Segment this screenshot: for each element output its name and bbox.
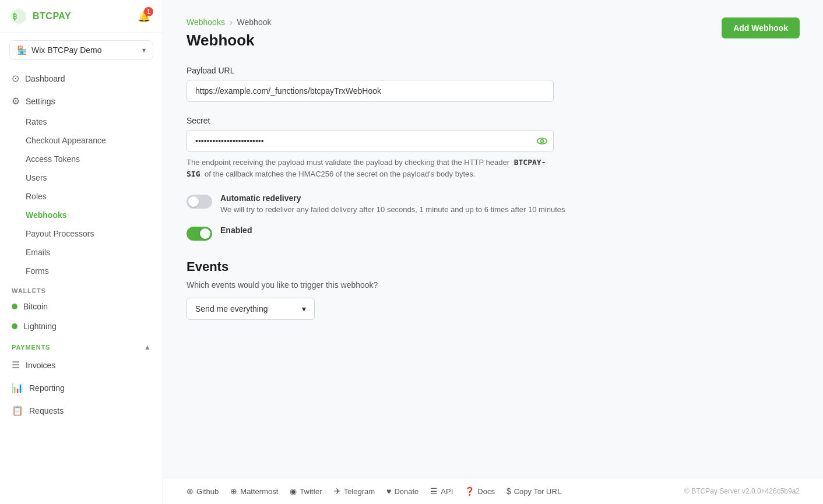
events-section: Events Which events would you like to tr… [187,259,800,320]
secret-group: Secret The endpoint receiving the payloa… [187,116,800,179]
main-area: Webhooks › Webhook Webhook Add Webhook P… [163,0,823,504]
footer-donate-label: Donate [394,487,418,496]
api-icon: ☰ [430,487,438,496]
logo-area: ₿ BTCPAY [9,7,71,26]
footer-twitter-label: Twitter [300,487,322,496]
donate-icon: ♥ [386,487,391,496]
eye-icon [536,135,548,147]
lightning-label: Lightning [23,322,57,331]
footer-donate-link[interactable]: ♥ Donate [386,487,418,496]
secret-label: Secret [187,116,800,125]
footer-docs-label: Docs [477,487,495,496]
github-icon: ⊗ [187,487,194,496]
automatic-redelivery-title: Automatic redelivery [220,193,565,203]
dashboard-icon: ⊙ [12,73,19,84]
toggle-knob [188,196,199,207]
enabled-title: Enabled [220,225,252,235]
forms-label: Forms [26,266,49,276]
enabled-toggle-knob [200,228,210,239]
sidebar-item-bitcoin[interactable]: Bitcoin [0,297,163,316]
webhooks-label: Webhooks [26,210,67,220]
access-tokens-label: Access Tokens [26,154,80,164]
svg-point-3 [541,140,544,143]
payload-url-group: Payload URL [187,66,800,102]
sidebar-item-users[interactable]: Users [0,168,163,187]
events-dropdown-value: Send me everything [195,304,268,313]
copyright: © BTCPay Server v2.0.0+426c5b9a2 [684,487,800,495]
users-label: Users [26,173,47,182]
telegram-icon: ✈ [334,487,341,496]
sidebar-item-invoices[interactable]: ☰ Invoices [0,354,163,376]
automatic-redelivery-row: Automatic redelivery We will try to rede… [187,193,800,215]
footer-github-link[interactable]: ⊗ Github [187,487,219,496]
breadcrumb-webhooks-link[interactable]: Webhooks [187,17,225,27]
roles-label: Roles [26,192,47,201]
invoices-label: Invoices [26,361,55,370]
breadcrumb: Webhooks › Webhook [187,17,271,27]
payments-section-label: PAYMENTS [12,344,50,351]
footer-links: ⊗ Github ⊕ Mattermost ◉ Twitter ✈ Telegr… [187,487,561,496]
sidebar-item-requests[interactable]: 📋 Requests [0,399,163,422]
secret-wrapper [187,130,554,152]
twitter-icon: ◉ [290,487,297,496]
sidebar-item-settings-label: Settings [26,97,55,106]
payments-header: PAYMENTS ▲ [0,336,163,354]
sidebar-item-webhooks[interactable]: Webhooks [0,206,163,224]
automatic-redelivery-toggle[interactable] [187,195,212,209]
svg-point-2 [537,138,547,144]
toggle-secret-button[interactable] [536,135,548,147]
footer-mattermost-link[interactable]: ⊕ Mattermost [230,487,278,496]
checkout-appearance-label: Checkout Appearance [26,136,106,145]
reporting-label: Reporting [29,383,65,393]
store-name: Wix BTCPay Demo [31,45,102,55]
automatic-redelivery-desc: We will try to redeliver any failed deli… [220,205,565,215]
add-webhook-button[interactable]: Add Webhook [722,17,800,38]
docs-icon: ❓ [465,487,474,496]
sidebar: ₿ BTCPAY 🔔 1 🏪 Wix BTCPay Demo ▾ ⊙ Dashb… [0,0,163,504]
invoices-icon: ☰ [12,360,20,371]
footer-twitter-link[interactable]: ◉ Twitter [290,487,322,496]
sidebar-header: ₿ BTCPAY 🔔 1 [0,0,163,33]
sidebar-item-settings[interactable]: ⚙ Settings [0,90,163,112]
footer: ⊗ Github ⊕ Mattermost ◉ Twitter ✈ Telegr… [163,478,823,504]
emails-label: Emails [26,248,50,257]
sidebar-item-rates[interactable]: Rates [0,112,163,131]
footer-github-label: Github [196,487,219,496]
notification-bell[interactable]: 🔔 1 [135,7,153,26]
svg-text:₿: ₿ [13,12,17,21]
page-title: Webhook [187,31,271,50]
reporting-icon: 📊 [12,382,23,393]
mattermost-icon: ⊕ [230,487,237,496]
sidebar-item-dashboard[interactable]: ⊙ Dashboard [0,67,163,90]
payload-url-input[interactable] [187,80,554,102]
sidebar-item-roles[interactable]: Roles [0,187,163,206]
footer-api-link[interactable]: ☰ API [430,487,453,496]
secret-input[interactable] [187,130,554,152]
events-dropdown-chevron-icon: ▾ [302,304,306,313]
footer-docs-link[interactable]: ❓ Docs [465,487,495,496]
chevron-down-icon: ▾ [142,46,146,54]
events-dropdown[interactable]: Send me everything ▾ [187,298,315,320]
sidebar-item-access-tokens[interactable]: Access Tokens [0,150,163,168]
events-subtitle: Which events would you like to trigger t… [187,280,800,290]
sidebar-item-emails[interactable]: Emails [0,243,163,262]
sidebar-item-checkout-appearance[interactable]: Checkout Appearance [0,131,163,150]
footer-tor-label: Copy Tor URL [514,487,561,496]
btcpay-logo-icon: ₿ [9,7,28,26]
sidebar-item-dashboard-label: Dashboard [25,74,65,83]
sidebar-item-payout-processors[interactable]: Payout Processors [0,224,163,243]
rates-label: Rates [26,117,47,126]
requests-label: Requests [29,406,64,415]
payments-chevron-icon[interactable]: ▲ [144,343,151,351]
sidebar-item-reporting[interactable]: 📊 Reporting [0,376,163,399]
events-title: Events [187,259,800,274]
main-content: Webhooks › Webhook Webhook Add Webhook P… [163,0,823,478]
sidebar-item-lightning[interactable]: Lightning [0,316,163,336]
store-selector[interactable]: 🏪 Wix BTCPay Demo ▾ [9,40,153,60]
notification-badge: 1 [144,7,153,16]
footer-tor-link[interactable]: $ Copy Tor URL [507,487,561,496]
sidebar-item-forms[interactable]: Forms [0,262,163,280]
enabled-toggle[interactable] [187,227,212,241]
store-icon: 🏪 [17,45,27,55]
footer-telegram-link[interactable]: ✈ Telegram [334,487,375,496]
